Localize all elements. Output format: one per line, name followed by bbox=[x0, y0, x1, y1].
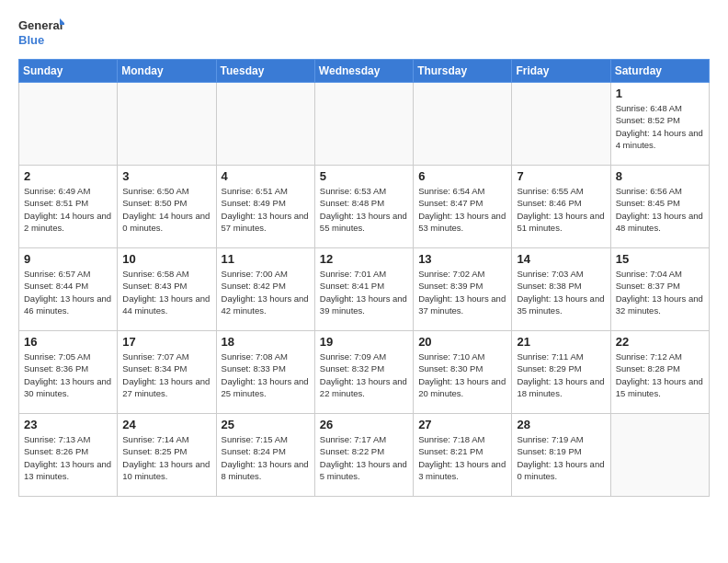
day-info: Sunrise: 7:15 AMSunset: 8:24 PMDaylight:… bbox=[222, 433, 310, 482]
day-number: 16 bbox=[24, 335, 112, 349]
day-cell bbox=[512, 83, 610, 166]
day-cell: 15Sunrise: 7:04 AMSunset: 8:37 PMDayligh… bbox=[610, 248, 709, 331]
day-info: Sunrise: 6:48 AMSunset: 8:52 PMDaylight:… bbox=[616, 102, 704, 151]
day-cell: 13Sunrise: 7:02 AMSunset: 8:39 PMDayligh… bbox=[414, 248, 512, 331]
day-info: Sunrise: 7:03 AMSunset: 8:38 PMDaylight:… bbox=[517, 268, 605, 316]
day-number: 1 bbox=[616, 86, 704, 100]
day-cell: 6Sunrise: 6:54 AMSunset: 8:47 PMDaylight… bbox=[414, 166, 512, 248]
day-number: 25 bbox=[222, 418, 310, 431]
week-row-5: 23Sunrise: 7:13 AMSunset: 8:26 PMDayligh… bbox=[19, 414, 710, 497]
day-number: 21 bbox=[517, 335, 605, 349]
day-info: Sunrise: 7:00 AMSunset: 8:42 PMDaylight:… bbox=[222, 268, 310, 316]
svg-text:Blue: Blue bbox=[18, 33, 44, 47]
day-info: Sunrise: 6:51 AMSunset: 8:49 PMDaylight:… bbox=[222, 185, 310, 234]
day-cell: 5Sunrise: 6:53 AMSunset: 8:48 PMDaylight… bbox=[314, 166, 413, 248]
day-info: Sunrise: 7:04 AMSunset: 8:37 PMDaylight:… bbox=[616, 268, 704, 316]
day-info: Sunrise: 7:08 AMSunset: 8:33 PMDaylight:… bbox=[222, 350, 310, 399]
day-number: 12 bbox=[320, 252, 408, 266]
day-cell: 19Sunrise: 7:09 AMSunset: 8:32 PMDayligh… bbox=[314, 331, 413, 414]
header-friday: Friday bbox=[512, 60, 610, 83]
day-number: 2 bbox=[24, 169, 112, 183]
day-cell: 22Sunrise: 7:12 AMSunset: 8:28 PMDayligh… bbox=[610, 331, 709, 414]
header-wednesday: Wednesday bbox=[314, 60, 413, 83]
day-cell bbox=[314, 83, 413, 166]
logo: General Blue bbox=[18, 15, 64, 50]
day-info: Sunrise: 6:57 AMSunset: 8:44 PMDaylight:… bbox=[24, 268, 112, 316]
day-cell: 25Sunrise: 7:15 AMSunset: 8:24 PMDayligh… bbox=[216, 414, 314, 497]
day-cell bbox=[216, 83, 314, 166]
day-info: Sunrise: 6:56 AMSunset: 8:45 PMDaylight:… bbox=[616, 185, 704, 234]
day-info: Sunrise: 7:01 AMSunset: 8:41 PMDaylight:… bbox=[320, 268, 408, 316]
day-cell: 14Sunrise: 7:03 AMSunset: 8:38 PMDayligh… bbox=[512, 248, 610, 331]
day-cell: 21Sunrise: 7:11 AMSunset: 8:29 PMDayligh… bbox=[512, 331, 610, 414]
day-cell: 16Sunrise: 7:05 AMSunset: 8:36 PMDayligh… bbox=[19, 331, 118, 414]
day-cell: 12Sunrise: 7:01 AMSunset: 8:41 PMDayligh… bbox=[314, 248, 413, 331]
calendar: SundayMondayTuesdayWednesdayThursdayFrid… bbox=[18, 59, 710, 497]
header-monday: Monday bbox=[118, 60, 216, 83]
day-info: Sunrise: 7:05 AMSunset: 8:36 PMDaylight:… bbox=[24, 350, 112, 399]
week-row-1: 1Sunrise: 6:48 AMSunset: 8:52 PMDaylight… bbox=[19, 83, 710, 166]
day-number: 3 bbox=[122, 169, 210, 183]
day-number: 19 bbox=[320, 335, 408, 349]
day-number: 8 bbox=[616, 169, 704, 183]
day-info: Sunrise: 7:02 AMSunset: 8:39 PMDaylight:… bbox=[418, 268, 506, 316]
day-info: Sunrise: 7:19 AMSunset: 8:19 PMDaylight:… bbox=[517, 433, 605, 482]
day-cell bbox=[19, 83, 118, 166]
calendar-header-row: SundayMondayTuesdayWednesdayThursdayFrid… bbox=[19, 60, 710, 83]
day-cell: 28Sunrise: 7:19 AMSunset: 8:19 PMDayligh… bbox=[512, 414, 610, 497]
day-cell bbox=[118, 83, 216, 166]
day-info: Sunrise: 6:53 AMSunset: 8:48 PMDaylight:… bbox=[320, 185, 408, 234]
day-cell: 18Sunrise: 7:08 AMSunset: 8:33 PMDayligh… bbox=[216, 331, 314, 414]
week-row-2: 2Sunrise: 6:49 AMSunset: 8:51 PMDaylight… bbox=[19, 166, 710, 248]
day-info: Sunrise: 6:49 AMSunset: 8:51 PMDaylight:… bbox=[24, 185, 112, 234]
day-info: Sunrise: 7:11 AMSunset: 8:29 PMDaylight:… bbox=[517, 350, 605, 399]
day-cell: 2Sunrise: 6:49 AMSunset: 8:51 PMDaylight… bbox=[19, 166, 118, 248]
day-cell bbox=[414, 83, 512, 166]
day-number: 13 bbox=[418, 252, 506, 266]
day-number: 23 bbox=[24, 418, 112, 431]
day-info: Sunrise: 7:12 AMSunset: 8:28 PMDaylight:… bbox=[616, 350, 704, 399]
day-info: Sunrise: 6:55 AMSunset: 8:46 PMDaylight:… bbox=[517, 185, 605, 234]
day-number: 5 bbox=[320, 169, 408, 183]
day-cell: 20Sunrise: 7:10 AMSunset: 8:30 PMDayligh… bbox=[414, 331, 512, 414]
day-cell: 24Sunrise: 7:14 AMSunset: 8:25 PMDayligh… bbox=[118, 414, 216, 497]
day-info: Sunrise: 7:18 AMSunset: 8:21 PMDaylight:… bbox=[418, 433, 506, 482]
header-thursday: Thursday bbox=[414, 60, 512, 83]
header-sunday: Sunday bbox=[19, 60, 118, 83]
day-number: 18 bbox=[222, 335, 310, 349]
day-number: 24 bbox=[122, 418, 210, 431]
day-number: 20 bbox=[418, 335, 506, 349]
day-cell: 26Sunrise: 7:17 AMSunset: 8:22 PMDayligh… bbox=[314, 414, 413, 497]
day-cell: 8Sunrise: 6:56 AMSunset: 8:45 PMDaylight… bbox=[610, 166, 709, 248]
header-saturday: Saturday bbox=[610, 60, 709, 83]
day-cell: 4Sunrise: 6:51 AMSunset: 8:49 PMDaylight… bbox=[216, 166, 314, 248]
logo-svg: General Blue bbox=[18, 15, 64, 50]
day-cell: 27Sunrise: 7:18 AMSunset: 8:21 PMDayligh… bbox=[414, 414, 512, 497]
day-cell: 10Sunrise: 6:58 AMSunset: 8:43 PMDayligh… bbox=[118, 248, 216, 331]
svg-text:General: General bbox=[18, 18, 63, 32]
day-number: 7 bbox=[517, 169, 605, 183]
day-info: Sunrise: 7:09 AMSunset: 8:32 PMDaylight:… bbox=[320, 350, 408, 399]
day-cell: 23Sunrise: 7:13 AMSunset: 8:26 PMDayligh… bbox=[19, 414, 118, 497]
day-number: 28 bbox=[517, 418, 605, 431]
day-info: Sunrise: 7:17 AMSunset: 8:22 PMDaylight:… bbox=[320, 433, 408, 482]
day-info: Sunrise: 6:50 AMSunset: 8:50 PMDaylight:… bbox=[122, 185, 210, 234]
day-number: 6 bbox=[418, 169, 506, 183]
day-number: 26 bbox=[320, 418, 408, 431]
week-row-4: 16Sunrise: 7:05 AMSunset: 8:36 PMDayligh… bbox=[19, 331, 710, 414]
day-number: 14 bbox=[517, 252, 605, 266]
day-number: 22 bbox=[616, 335, 704, 349]
day-number: 27 bbox=[418, 418, 506, 431]
day-cell: 17Sunrise: 7:07 AMSunset: 8:34 PMDayligh… bbox=[118, 331, 216, 414]
day-cell bbox=[610, 414, 709, 497]
day-number: 10 bbox=[122, 252, 210, 266]
day-number: 9 bbox=[24, 252, 112, 266]
header-tuesday: Tuesday bbox=[216, 60, 314, 83]
day-number: 17 bbox=[122, 335, 210, 349]
day-number: 15 bbox=[616, 252, 704, 266]
week-row-3: 9Sunrise: 6:57 AMSunset: 8:44 PMDaylight… bbox=[19, 248, 710, 331]
day-info: Sunrise: 7:14 AMSunset: 8:25 PMDaylight:… bbox=[122, 433, 210, 482]
day-info: Sunrise: 6:58 AMSunset: 8:43 PMDaylight:… bbox=[122, 268, 210, 316]
day-info: Sunrise: 7:10 AMSunset: 8:30 PMDaylight:… bbox=[418, 350, 506, 399]
day-cell: 7Sunrise: 6:55 AMSunset: 8:46 PMDaylight… bbox=[512, 166, 610, 248]
